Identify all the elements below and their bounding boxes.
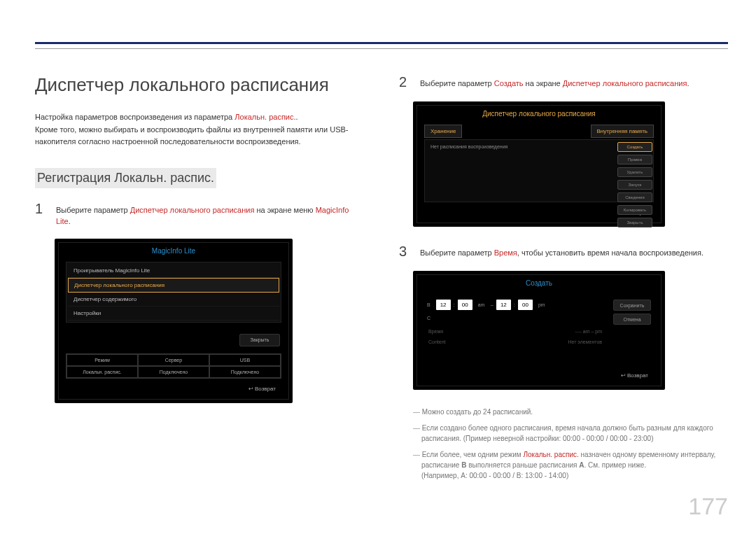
intro-post: . (296, 113, 298, 121)
ui3-faded-row: ContentНет элементов (424, 337, 606, 347)
ui2-btn[interactable]: Удалить (617, 167, 652, 177)
ui1-return[interactable]: Возврат (59, 381, 288, 399)
ui3-ampm1[interactable]: am (475, 302, 488, 307)
notes: Можно создать до 24 расписаний. Если соз… (413, 407, 728, 481)
intro-red: Локальн. распис. (234, 113, 295, 121)
ui-screenshot-schedule: Диспетчер локального расписания Хранение… (413, 101, 665, 227)
ui3-faded-row: Время---- am – pm (424, 326, 606, 337)
ui1-item[interactable]: Проигрыватель MagicInfo Lite (68, 264, 279, 278)
step-2: 2 Выберите параметр Создать на экране Ди… (399, 74, 728, 90)
ui2-tab-memory[interactable]: Внутренняя память (591, 125, 654, 138)
ui2-title: Диспетчер локального расписания (417, 106, 661, 125)
ui1-item-highlight[interactable]: Диспетчер локального расписания (68, 278, 279, 293)
ui3-min2[interactable]: 00 (518, 300, 533, 310)
ui1-cell: Локальн. распис. (66, 366, 138, 378)
ui3-label-b: В (424, 302, 433, 307)
header-rule-thin (35, 48, 728, 49)
note-1: Можно создать до 24 расписаний. (413, 407, 728, 417)
ui3-cancel-button[interactable]: Отмена (613, 314, 651, 325)
ui1-item[interactable]: Настройки (68, 307, 279, 321)
step-number: 2 (399, 74, 410, 90)
ui1-list: Проигрыватель MagicInfo Lite Диспетчер л… (66, 262, 281, 323)
intro-pre: Настройка параметров воспроизведения из … (35, 113, 234, 121)
page-number: 177 (688, 493, 728, 520)
intro-text: Настройка параметров воспроизведения из … (35, 111, 364, 148)
intro-line2: Кроме того, можно выбирать и воспроизвод… (35, 125, 348, 146)
ui1-cell: Подключено (209, 366, 281, 378)
step-3: 3 Выберите параметр Время, чтобы установ… (399, 244, 728, 260)
step-2-text: Выберите параметр Создать на экране Дисп… (420, 74, 689, 90)
ui3-hour1[interactable]: 12 (436, 300, 451, 310)
note-2: Если создано более одного расписания, вр… (413, 423, 728, 444)
ui1-cell: USB (209, 354, 281, 366)
ui2-btn[interactable]: Сведения (617, 192, 652, 202)
ui3-time-row: В 12 : 00 am – 12 : 00 pm (424, 300, 606, 310)
step-1: 1 Выберите параметр Диспетчер локального… (35, 201, 364, 227)
ui1-cell: Режим (66, 354, 138, 366)
ui-screenshot-create: Создать В 12 : 00 am – 12 : (413, 271, 665, 390)
step-number: 1 (35, 201, 46, 227)
ui1-title: MagicInfo Lite (59, 243, 288, 262)
ui1-status-grid: Режим Сервер USB Локальн. распис. Подклю… (66, 353, 281, 379)
ui3-return[interactable]: Возврат (417, 368, 661, 386)
step-number: 3 (399, 244, 410, 260)
ui2-btn[interactable]: Копировать (617, 205, 652, 215)
ui3-label-c: С (424, 316, 433, 321)
step-1-text: Выберите параметр Диспетчер локального р… (56, 201, 364, 227)
ui2-btn[interactable]: Закрыть (617, 218, 652, 227)
ui1-cell: Сервер (138, 354, 209, 366)
ui2-btn-create[interactable]: Создать (617, 142, 652, 152)
ui2-tab-storage[interactable]: Хранение (424, 125, 462, 138)
ui3-title: Создать (417, 275, 661, 294)
ui1-close-button[interactable]: Закрыть (239, 334, 280, 346)
page-title: Диспетчер локального расписания (35, 74, 364, 96)
ui1-cell: Подключено (138, 366, 209, 378)
section-heading: Регистрация Локальн. распис. (35, 168, 216, 188)
step-3-text: Выберите параметр Время, чтобы установит… (420, 244, 704, 260)
header-rule-thick (35, 42, 728, 44)
ui3-ampm2[interactable]: pm (536, 302, 548, 307)
ui3-min1[interactable]: 00 (458, 300, 472, 310)
ui1-item[interactable]: Диспетчер содержимого (68, 293, 279, 307)
ui2-btn[interactable]: Запуск (617, 180, 652, 190)
ui-screenshot-magicinfo: MagicInfo Lite Проигрыватель MagicInfo L… (55, 239, 293, 403)
ui2-btn[interactable]: Правка (617, 155, 652, 164)
ui3-hour2[interactable]: 12 (496, 300, 511, 310)
ui3-save-button[interactable]: Сохранить (613, 300, 651, 311)
note-3: Если более, чем одним режим Локальн. рас… (413, 449, 728, 481)
